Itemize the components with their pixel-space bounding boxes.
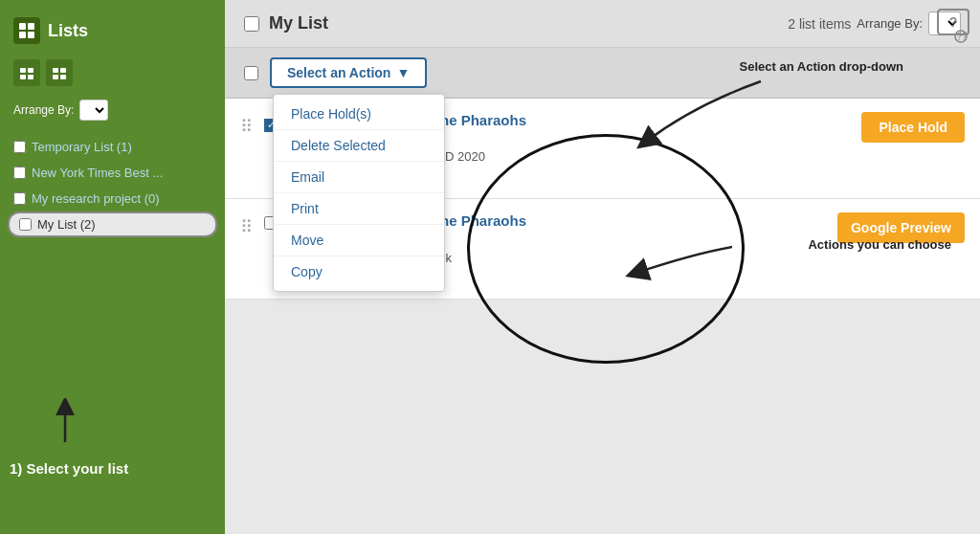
select-action-button[interactable]: Select an Action ▼ [270,57,427,88]
help-icon[interactable]: ? ?? [932,4,974,46]
select-action-label: Select an Action [287,65,390,80]
book-1-action: Place Hold [861,112,965,143]
svg-rect-7 [28,75,33,79]
sidebar-item-mylist-checkbox[interactable] [19,218,32,231]
sidebar-icon-toolbar [0,54,225,92]
svg-rect-0 [19,23,26,30]
sidebar-item-temporary[interactable]: Temporary List (1) [0,134,225,160]
svg-rect-2 [19,32,26,38]
sidebar-annotation: 1) Select your list [10,460,128,477]
sidebar-item-mylist-label: My List (2) [37,217,96,232]
select-action-chevron: ▼ [396,65,410,80]
sidebar: Lists Arrange By: Te [0,0,225,534]
arrange-label: Arrange By: [857,16,923,31]
callout-actions-label: Actions you can choose [808,237,951,252]
sidebar-item-nytimes-link[interactable]: New York Times Best ... [32,166,163,180]
sidebar-arrange-label: Arrange By: [13,103,74,117]
main-header-left: My List [244,13,328,33]
select-all-checkbox[interactable] [244,16,259,32]
dropdown-item-copy[interactable]: Copy [274,256,444,287]
manage-lists-button[interactable] [46,59,73,86]
svg-rect-10 [53,75,58,79]
dropdown-item-delete[interactable]: Delete Selected [274,130,444,162]
place-hold-button-1[interactable]: Place Hold [861,112,965,143]
sidebar-arrange: Arrange By: [0,92,225,128]
svg-rect-1 [28,23,34,30]
svg-rect-11 [60,75,66,79]
sidebar-list: Temporary List (1) New York Times Best .… [0,128,225,243]
sidebar-item-temporary-link[interactable]: Temporary List (1) [32,140,132,154]
svg-rect-8 [53,68,58,73]
dropdown-item-move[interactable]: Move [274,225,444,256]
dropdown-menu: Place Hold(s) Delete Selected Email Prin… [273,94,445,292]
lists-icon [13,17,40,44]
svg-rect-6 [20,75,26,79]
list-count: 2 list items [788,16,851,32]
sidebar-header: Lists [0,0,225,54]
list-title: My List [269,13,328,33]
drag-handle-2[interactable]: ⠿ [240,212,253,237]
dropdown-item-print[interactable]: Print [274,193,444,225]
dropdown-item-email[interactable]: Email [274,162,444,193]
select-list-arrow [46,398,84,446]
svg-rect-9 [60,68,66,73]
svg-rect-4 [20,68,26,73]
toolbar-select-all-checkbox[interactable] [244,66,258,80]
sidebar-item-research-link[interactable]: My research project (0) [32,191,160,206]
sidebar-item-research-checkbox[interactable] [13,192,26,205]
main-header: My List 2 list items Arrange By: [225,0,980,48]
dropdown-item-place-hold[interactable]: Place Hold(s) [274,99,444,130]
callout-dropdown-label: Select an Action drop-down [740,59,903,74]
sidebar-item-nytimes-checkbox[interactable] [13,167,26,179]
sidebar-title: Lists [48,21,88,41]
sidebar-item-mylist[interactable]: My List (2) [8,211,217,237]
drag-handle-1[interactable]: ⠿ [240,112,253,137]
svg-rect-5 [28,68,33,73]
svg-text:?: ? [949,14,958,30]
svg-rect-3 [28,32,34,38]
new-list-button[interactable] [13,59,40,86]
sidebar-arrange-select[interactable] [79,100,108,121]
sidebar-item-nytimes[interactable]: New York Times Best ... [0,160,225,186]
sidebar-item-temporary-checkbox[interactable] [13,141,26,153]
sidebar-item-research[interactable]: My research project (0) [0,186,225,211]
main-content: ? ?? My List 2 list items Arrange By: Se… [225,0,980,534]
